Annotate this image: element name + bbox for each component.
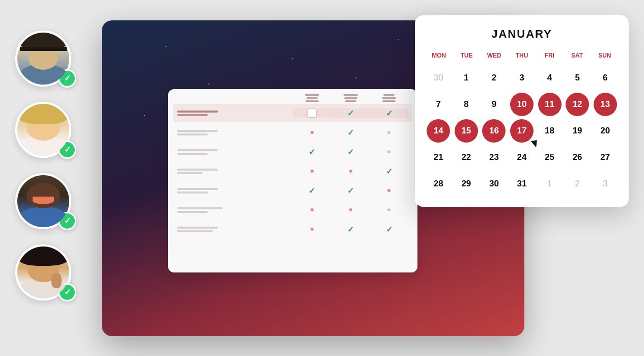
- cal-day-30[interactable]: 30: [482, 172, 506, 196]
- row-cell: [293, 131, 331, 134]
- dot: [311, 131, 314, 134]
- cal-day-4[interactable]: 4: [538, 66, 562, 90]
- checkmark: ✓: [347, 128, 354, 138]
- avatar-person1: [15, 31, 76, 92]
- dot: [387, 208, 390, 211]
- cal-day-2-next[interactable]: 2: [566, 172, 589, 196]
- cal-day-5[interactable]: 5: [566, 66, 589, 90]
- row-line: [177, 149, 218, 151]
- calendar-month-title: JANUARY: [425, 28, 619, 41]
- row-cell: [370, 131, 408, 134]
- header-line: [305, 100, 319, 102]
- row-cell: [370, 208, 408, 211]
- header-line: [382, 97, 396, 99]
- weekday-sat: SAT: [563, 50, 591, 61]
- cal-day-23[interactable]: 23: [482, 146, 506, 169]
- checkmark: ✓: [386, 108, 393, 118]
- table-row: [173, 201, 412, 219]
- header-line: [344, 97, 357, 99]
- dot: [387, 131, 390, 134]
- checkmark: ✓: [309, 186, 315, 196]
- cal-day-18[interactable]: 18: [538, 119, 562, 143]
- cal-day-25[interactable]: 25: [538, 146, 562, 169]
- row-cell: ✓: [370, 108, 408, 118]
- row-label: [177, 149, 293, 155]
- cal-day-30-prev[interactable]: 30: [427, 66, 450, 90]
- cal-day-22[interactable]: 22: [455, 146, 478, 169]
- checkmark: ✓: [386, 167, 393, 176]
- cal-day-1[interactable]: 1: [455, 66, 478, 90]
- row-line: [177, 153, 208, 155]
- row-cell: [370, 189, 408, 192]
- cal-day-8[interactable]: 8: [455, 93, 478, 116]
- table-inner: ✓ ✓ ✓: [168, 89, 417, 272]
- row-cell: ✓: [331, 108, 370, 118]
- cal-day-11[interactable]: 11: [538, 93, 562, 116]
- cal-day-31[interactable]: 31: [510, 172, 534, 196]
- dot: [349, 208, 352, 211]
- table-header: [173, 94, 412, 102]
- avatar-circle-3: [15, 173, 71, 229]
- row-line: [177, 227, 218, 229]
- table-row: ✓ ✓: [173, 104, 412, 122]
- row-cell: ✓: [370, 167, 408, 176]
- row-cell: [331, 208, 370, 211]
- row-cell: ✓: [331, 186, 370, 196]
- row-line: [177, 169, 218, 171]
- checkmark: ✓: [347, 225, 354, 234]
- row-cell: [293, 108, 331, 118]
- row-line: [177, 130, 218, 132]
- cal-day-3-next[interactable]: 3: [594, 172, 617, 196]
- cal-day-1-next[interactable]: 1: [538, 172, 562, 196]
- table-card: ✓ ✓ ✓: [168, 89, 417, 272]
- row-cell: ✓: [370, 225, 408, 234]
- table-row: ✓ ✓: [173, 181, 412, 200]
- row-line: [177, 191, 208, 194]
- weekday-tue: TUE: [453, 50, 480, 61]
- row-cell: [293, 228, 331, 231]
- row-cell: [331, 170, 370, 173]
- row-label: [177, 207, 293, 213]
- col-header-lines-3: [382, 94, 396, 102]
- cal-day-19[interactable]: 19: [566, 119, 589, 143]
- row-cell: [370, 150, 408, 153]
- weekday-thu: THU: [508, 50, 536, 61]
- cal-day-14[interactable]: 14: [427, 119, 450, 143]
- cal-day-7[interactable]: 7: [427, 93, 450, 116]
- cal-day-26[interactable]: 26: [566, 146, 589, 169]
- row-line: [177, 172, 203, 174]
- row-label: [177, 111, 293, 116]
- weekday-sun: SUN: [591, 50, 619, 61]
- cal-day-2[interactable]: 2: [482, 66, 506, 90]
- checkbox[interactable]: [307, 108, 317, 118]
- dot: [311, 228, 314, 231]
- cal-day-24[interactable]: 24: [510, 146, 534, 169]
- cal-day-3[interactable]: 3: [510, 66, 534, 90]
- cal-day-16[interactable]: 16: [482, 119, 506, 143]
- col-header-2: [331, 94, 370, 102]
- cal-day-17[interactable]: 17: [510, 119, 534, 143]
- cal-day-27[interactable]: 27: [594, 146, 617, 169]
- cal-day-12[interactable]: 12: [566, 93, 589, 116]
- calendar-days: 30 1 2 3 4 5 6 7 8 9 10 11 12 13 14 15 1…: [425, 65, 619, 197]
- cal-day-13[interactable]: 13: [594, 93, 617, 116]
- row-line: [177, 133, 208, 135]
- weekday-wed: WED: [481, 50, 508, 61]
- cal-day-28[interactable]: 28: [427, 172, 450, 196]
- cal-day-6[interactable]: 6: [594, 66, 617, 90]
- col-header-lines-2: [344, 94, 358, 102]
- cal-day-21[interactable]: 21: [427, 146, 450, 169]
- row-label: [177, 130, 293, 135]
- cal-day-9[interactable]: 9: [482, 93, 506, 116]
- table-row: ✓: [173, 123, 412, 142]
- cal-day-20[interactable]: 20: [594, 119, 617, 143]
- header-line: [383, 94, 395, 96]
- cal-day-29[interactable]: 29: [455, 172, 478, 196]
- avatar-circle-4: [15, 244, 71, 300]
- checkmark: ✓: [347, 147, 354, 157]
- calendar-weekdays: MON TUE WED THU FRI SAT SUN: [425, 50, 619, 61]
- cal-day-10[interactable]: 10: [510, 93, 534, 116]
- row-cell: ✓: [331, 128, 370, 138]
- cal-day-15[interactable]: 15: [455, 119, 478, 143]
- avatars-container: [15, 31, 76, 306]
